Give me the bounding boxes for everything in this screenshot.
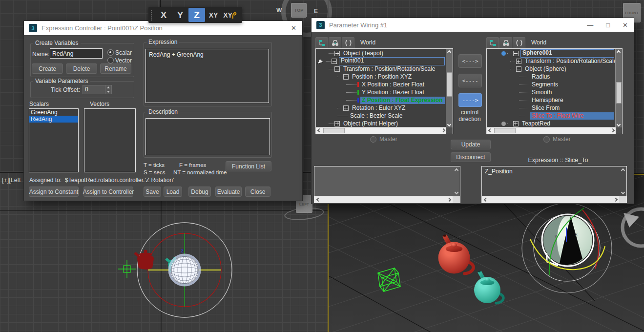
scroll-down-icon[interactable] — [454, 189, 459, 195]
variable-name-input[interactable] — [50, 48, 103, 59]
find-next-button[interactable] — [499, 37, 512, 49]
scroll-up-icon[interactable] — [446, 49, 452, 55]
hierarchy-mode-button[interactable] — [315, 37, 328, 49]
tree-row[interactable]: Transform : Position/Rotation/Scale — [487, 57, 616, 65]
scalars-list[interactable]: GreenAngRedAng — [29, 108, 79, 172]
right-expression-text[interactable]: Z_Position — [482, 166, 619, 196]
tree-row[interactable]: Z Position : Float Expression — [316, 96, 446, 104]
teapot-red[interactable] — [438, 234, 474, 273]
dialog-titlebar[interactable]: 3 Expression Controller : Point001\Z Pos… — [24, 21, 302, 35]
horizontal-scrollbar[interactable] — [487, 127, 616, 134]
tree-row[interactable]: Smooth — [487, 88, 616, 96]
minimize-icon[interactable]: — — [587, 21, 593, 29]
vectors-list[interactable] — [84, 108, 136, 172]
create-button[interactable]: Create — [32, 63, 63, 74]
assign-to-constant-button[interactable]: Assign to Constant — [29, 187, 79, 197]
master-radio[interactable] — [370, 136, 376, 143]
scroll-right-icon[interactable] — [440, 127, 446, 133]
delete-button[interactable]: Delete — [66, 63, 97, 74]
scroll-left-icon[interactable] — [483, 197, 488, 202]
scrollbar-thumb[interactable] — [323, 128, 345, 133]
close-icon[interactable]: ✕ — [291, 24, 296, 32]
scroll-up-icon[interactable] — [454, 167, 459, 173]
scroll-left-icon[interactable] — [315, 197, 321, 202]
expand-toggle-icon[interactable] — [334, 51, 340, 56]
viewcube-west-label[interactable]: W — [276, 7, 282, 14]
scrollbar-thumb[interactable] — [494, 128, 516, 133]
scroll-down-icon[interactable] — [616, 122, 621, 127]
right-parameter-tree[interactable]: Sphere001Transform : Position/Rotation/S… — [486, 48, 623, 134]
tree-row[interactable]: Segments — [487, 81, 616, 88]
expand-toggle-icon[interactable] — [334, 66, 340, 72]
left-expression-box[interactable] — [314, 166, 460, 203]
right-master-option[interactable]: Master — [543, 136, 571, 143]
update-button[interactable]: Update — [451, 140, 491, 149]
spin-down-icon[interactable] — [107, 91, 110, 93]
axis-constraint-xy-flyout-button[interactable]: XY — [222, 8, 238, 22]
maximize-icon[interactable]: □ — [606, 21, 610, 29]
tree-row[interactable]: Scale : Bezier Scale — [316, 112, 446, 120]
left-parameter-tree[interactable]: Object (Teapot)Point001Transform : Posit… — [315, 48, 453, 134]
perspective-viewcube[interactable] — [623, 209, 644, 246]
expand-toggle-icon[interactable] — [332, 59, 337, 64]
teapot-teal[interactable] — [474, 270, 503, 303]
scrollbar-thumb[interactable] — [447, 72, 452, 97]
left-master-option[interactable]: Master — [370, 136, 397, 143]
spinner-arrows[interactable] — [105, 85, 111, 94]
horizontal-scrollbar[interactable] — [482, 196, 619, 203]
tree-row[interactable]: Y Position : Bezier Float — [316, 88, 446, 96]
find-next-button[interactable] — [329, 37, 341, 49]
refresh-button[interactable] — [513, 37, 525, 49]
spin-up-icon[interactable] — [107, 86, 110, 88]
expand-toggle-icon[interactable] — [343, 105, 349, 111]
tree-row[interactable]: Position : Position XYZ — [316, 73, 446, 81]
sphere-wireframe[interactable] — [169, 255, 200, 285]
evaluate-button[interactable]: Evaluate — [215, 187, 242, 197]
left-expression-text[interactable] — [314, 166, 453, 196]
tick-offset-spinner[interactable]: 0 — [83, 85, 112, 94]
horizontal-scrollbar[interactable] — [316, 127, 446, 134]
refresh-button[interactable] — [342, 37, 354, 49]
scroll-down-icon[interactable] — [620, 189, 625, 195]
wire-direction-two-way-button[interactable]: <---> — [458, 54, 482, 68]
right-expression-box[interactable]: Z_Position — [481, 166, 627, 203]
tree-row[interactable]: Rotation : Euler XYZ — [316, 104, 446, 112]
rename-button[interactable]: Rename — [100, 63, 131, 74]
vertical-scrollbar[interactable] — [615, 49, 622, 127]
axis-constraint-y-button[interactable]: Y — [172, 8, 188, 22]
tree-row[interactable]: Object (Teapot) — [316, 49, 446, 57]
scroll-left-icon[interactable] — [487, 127, 493, 133]
expand-toggle-icon[interactable] — [516, 59, 521, 64]
dialog-titlebar[interactable]: 3 Parameter Wiring #1 — □ ✕ — [312, 18, 634, 32]
scroll-left-icon[interactable] — [316, 127, 322, 133]
description-text-area[interactable] — [145, 118, 270, 155]
point-helper-cross[interactable] — [118, 260, 136, 278]
assign-to-controller-button[interactable]: Assign to Controller — [83, 187, 133, 197]
scroll-right-icon[interactable] — [446, 197, 452, 202]
expand-toggle-icon[interactable] — [513, 121, 519, 126]
tree-row[interactable]: Slice To : Float Wire — [487, 112, 616, 120]
function-list-button[interactable]: Function List — [226, 161, 271, 171]
tree-row[interactable]: Point001 — [316, 57, 446, 65]
axis-constraint-x-button[interactable]: X — [155, 8, 172, 22]
save-button[interactable]: Save — [144, 187, 161, 197]
scroll-up-icon[interactable] — [616, 49, 621, 55]
viewport-label-left[interactable]: [+][Left — [2, 177, 21, 184]
toolbar-drag-handle[interactable] — [150, 9, 153, 21]
teapot-red-silhouette[interactable] — [134, 250, 154, 270]
axis-constraint-z-button[interactable]: Z — [188, 8, 205, 22]
tree-row[interactable]: Radius — [487, 73, 616, 81]
expand-toggle-icon[interactable] — [334, 121, 340, 126]
expand-toggle-icon[interactable] — [513, 51, 519, 56]
debug-button[interactable]: Debug — [188, 187, 211, 197]
tree-row[interactable]: Object (Sphere) — [487, 65, 616, 73]
scalar-item[interactable]: GreenAng — [29, 109, 78, 116]
scalar-radio[interactable] — [107, 49, 114, 56]
expression-text-area[interactable]: RedAng + GreenAng — [145, 49, 269, 103]
scrollbar-thumb[interactable] — [616, 82, 622, 104]
close-icon[interactable]: ✕ — [623, 21, 628, 29]
tree-row[interactable]: TeapotRed — [487, 120, 616, 127]
tree-row[interactable]: X Position : Bezier Float — [316, 81, 446, 88]
master-radio[interactable] — [543, 136, 550, 143]
tree-row[interactable]: Slice From — [487, 104, 616, 112]
